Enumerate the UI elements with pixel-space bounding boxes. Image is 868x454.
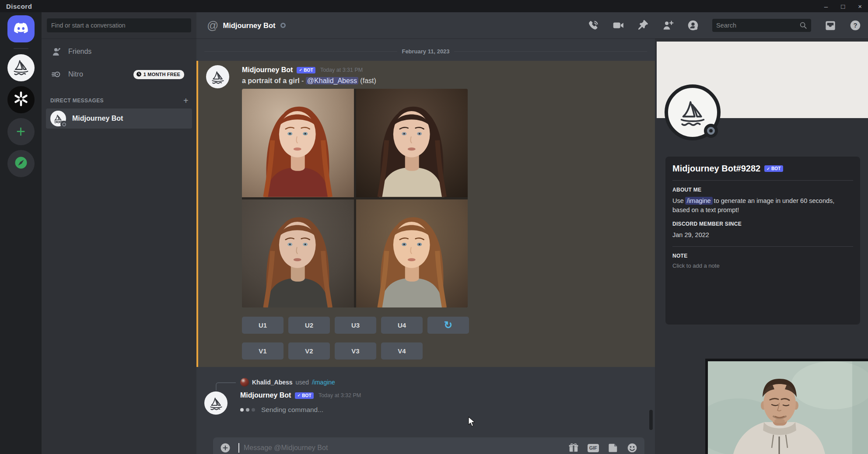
webcam-overlay [705,359,868,454]
svg-text:?: ? [853,22,857,29]
imagine-command-pill[interactable]: /imagine [685,197,713,205]
button-v1[interactable]: V1 [242,342,284,360]
upscale-button-row: U1 U2 U3 U4 ↻ [242,317,655,334]
chat-scrollbar[interactable] [649,410,653,430]
author-name[interactable]: Midjourney Bot [240,391,291,399]
dm-header-label: DIRECT MESSAGES [50,98,104,104]
reply-used-text: used [296,379,309,386]
sending-status: Sending command... [240,405,655,415]
verified-check-icon: ✓ [766,167,770,171]
add-server-button[interactable]: + [7,118,35,145]
message-input[interactable]: Message @Midjourney Bot GIF [213,437,644,454]
typing-dot [246,408,249,412]
pin-icon[interactable] [637,20,649,31]
timestamp: Today at 3:31 PM [320,67,363,73]
home-button[interactable] [7,15,35,42]
server-icon-chatgpt[interactable] [7,86,35,113]
divider [672,246,853,247]
offline-status-icon [704,124,718,138]
gift-icon[interactable] [568,443,579,453]
user-avatar [240,378,249,387]
emoji-icon[interactable] [627,443,637,453]
create-dm-button[interactable]: + [183,96,189,105]
prompt-text: a portrait of a girl [242,77,300,84]
gif-picker-button[interactable]: GIF [588,444,599,452]
nitro-free-badge[interactable]: 1 MONTH FREE [133,70,184,79]
button-v4[interactable]: V4 [381,342,423,360]
button-u3[interactable]: U3 [335,317,376,334]
bot-badge: ✓ BOT [764,165,783,172]
add-friend-button[interactable] [662,20,674,31]
input-actions: GIF [568,443,637,453]
sending-status-text: Sending command... [261,406,323,414]
server-icon-midjourney[interactable] [7,54,35,81]
portrait-image-1 [242,89,354,197]
conversation-search-placeholder: Find or start a conversation [51,22,126,29]
reply-author[interactable]: Khalid_Abess [252,379,293,386]
nav-friends[interactable]: Friends [46,42,192,61]
inbox-button[interactable] [825,20,836,31]
bot-badge: ✓ BOT [297,67,315,73]
message-header: Midjourney Bot ✓ BOT Today at 3:31 PM [242,65,655,75]
profile-avatar[interactable] [665,84,721,140]
about-me-text: Use/imagineto generate an image in under… [672,196,853,215]
app-title: Discord [6,3,32,10]
avatar[interactable] [206,65,229,88]
button-v3[interactable]: V3 [335,342,376,360]
typing-dot [252,408,255,412]
message-sending: Khalid_Abess used /imagine Midjourney Bo… [196,377,655,415]
attach-plus-icon[interactable] [220,443,231,453]
message-grid-result: Midjourney Bot ✓ BOT Today at 3:31 PM a … [196,61,655,367]
button-u2[interactable]: U2 [288,317,330,334]
dm-avatar [50,111,66,126]
voice-call-button[interactable] [588,20,599,31]
channel-sidebar: Find or start a conversation Friends Nit… [42,12,196,454]
dm-header: DIRECT MESSAGES + [42,96,196,105]
clock-icon [136,71,142,78]
sailboat-icon [11,57,31,79]
sticker-icon[interactable] [608,443,618,453]
profile-card: Midjourney Bot#9282 ✓ BOT ABOUT ME Use/i… [665,157,860,325]
offline-status-icon [60,121,67,128]
webcam-video [708,361,868,454]
help-button[interactable]: ? [850,20,861,31]
window-controls: – □ × [824,3,862,10]
generated-image-grid[interactable] [242,89,468,307]
user-profile-button[interactable] [687,20,699,31]
reroll-button[interactable]: ↻ [427,317,469,334]
portrait-image-2 [356,89,468,197]
dm-item-midjourney-bot[interactable]: Midjourney Bot [46,108,192,129]
maximize-button[interactable]: □ [841,3,845,10]
message-content: a portrait of a girl - @Khalid_Abess (fa… [242,77,655,85]
titlebar: Discord – □ × [0,0,868,12]
search-placeholder: Search [716,22,797,29]
nav-nitro[interactable]: Nitro 1 MONTH FREE [46,65,192,84]
divider [672,180,853,181]
close-button[interactable]: × [858,3,862,10]
mouse-cursor [468,416,476,428]
reply-context[interactable]: Khalid_Abess used /imagine [240,377,655,387]
bot-badge-label: BOT [304,68,313,73]
search-input[interactable]: Search [712,19,811,32]
button-v2[interactable]: V2 [288,342,330,360]
chatgpt-logo-icon [12,90,30,109]
video-call-button[interactable] [612,20,624,31]
button-u1[interactable]: U1 [242,317,284,334]
imagine-command-link[interactable]: /imagine [312,379,335,386]
portrait-image-3 [242,199,354,308]
date-divider: February 11, 2023 [204,48,647,55]
note-input[interactable]: Click to add a note [672,262,853,269]
explore-button[interactable] [7,150,35,177]
author-name[interactable]: Midjourney Bot [242,66,293,74]
user-mention[interactable]: @Khalid_Abess [306,77,358,84]
minimize-button[interactable]: – [824,3,828,10]
button-u4[interactable]: U4 [381,317,423,334]
profile-username: Midjourney Bot#9282 ✓ BOT [672,164,853,174]
about-me-label: ABOUT ME [672,187,853,193]
nav-nitro-label: Nitro [68,70,83,78]
reroll-icon: ↻ [444,320,452,330]
profile-username-text: Midjourney Bot#9282 [672,164,760,174]
conversation-search[interactable]: Find or start a conversation [47,18,191,32]
avatar[interactable] [204,391,228,415]
nitro-icon [51,69,62,80]
